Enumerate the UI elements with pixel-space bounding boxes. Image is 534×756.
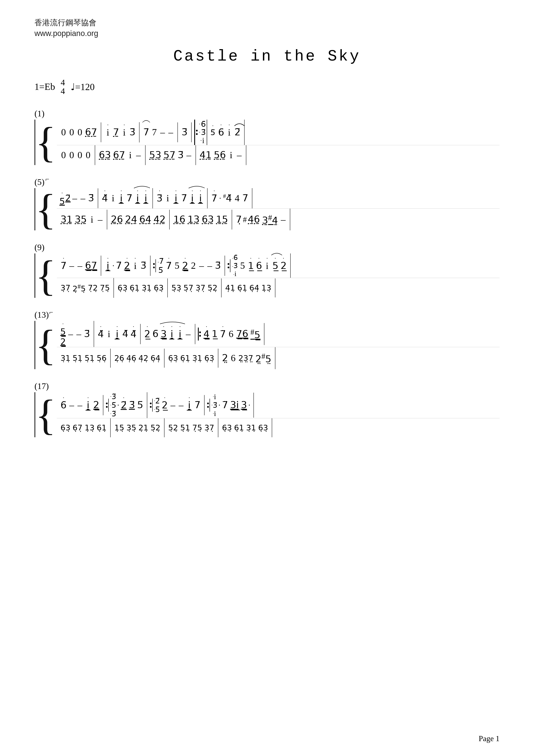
org-name: 香港流行鋼琴協會 — [35, 17, 499, 28]
note: 6̱7̱ — [113, 145, 125, 165]
page: 香港流行鋼琴協會 www.poppiano.org Castle in the … — [0, 0, 534, 756]
note: 5̣1̣ — [180, 419, 190, 437]
note: 0 — [61, 122, 66, 142]
note: 7̲6̲ — [236, 324, 248, 344]
note: 3̈ — [178, 145, 184, 165]
note: 3̲i̲ — [230, 395, 239, 415]
note: 7̈ — [181, 188, 187, 208]
note: 7̈ — [242, 188, 248, 208]
staves-5: ·6̈ – – ·i̲ 2̲ — [57, 392, 499, 437]
note: ·7̈ — [166, 256, 172, 276]
note: ·2̲ — [182, 256, 188, 276]
note: ·4̈ — [131, 324, 137, 344]
note: 6̣3̣ — [258, 419, 268, 437]
measure-4-1: · 5̲ 2̲ – – 3̈ — [57, 321, 94, 347]
note: 3̣5̣ — [126, 419, 136, 437]
note: 3̈ — [84, 324, 90, 344]
note: 6 — [230, 348, 236, 368]
note: 4 — [234, 188, 240, 208]
note: – — [160, 122, 165, 142]
note: 6̱4̱ — [139, 210, 151, 230]
note: 3̣7̣ — [61, 279, 70, 297]
note: ·2̲ — [124, 256, 130, 276]
note: ·7̈ — [211, 188, 217, 208]
note: 6̱7̱ — [85, 122, 97, 142]
note: 4̱6̱ — [248, 210, 260, 230]
note: ·i̲ — [197, 188, 203, 208]
note: ·7̈ — [61, 256, 66, 276]
note: 2 — [191, 256, 196, 276]
measure-5-4: ·i ·3̈ ·i · 7̈ 3̲i̲ 3̲ · — [205, 393, 254, 418]
key-signature: 1=Eb — [35, 81, 55, 92]
bass-measure-1-2: 6̱3̱ 6̱7̱ i – — [95, 145, 145, 165]
note: ·i̲ — [186, 395, 192, 415]
brace-4: { — [35, 321, 57, 369]
note: – — [77, 395, 83, 415]
note: 3̲ — [241, 395, 247, 415]
note: 0 — [69, 145, 75, 165]
note: ·i̲ — [173, 188, 179, 208]
note: ·i̲ — [85, 395, 91, 415]
note: 2̈ — [235, 122, 241, 142]
note: 1̱5̱ — [216, 210, 228, 230]
bass-measure-4-4: 2̤ 6 2̤3̤7̤ 2̤#5̤ — [218, 347, 275, 369]
note: 2̲ — [93, 395, 99, 415]
note: ·i̲ — [177, 324, 183, 344]
note: i — [106, 324, 112, 344]
treble-staff-3: ·7̈ – – 6̲7̲ ·i̲ · 7̈ ·2̲ ·i 3̈ — [57, 254, 499, 278]
note: – — [178, 395, 184, 415]
section-label-4: (13) ⌐ — [35, 310, 499, 320]
note: 2̣6̣ — [114, 349, 124, 367]
brace-2: { — [35, 188, 57, 230]
section-5: (17) { ·6̈ – – ·i̲ 2̲ — [35, 381, 499, 437]
note: – — [80, 188, 86, 208]
note: 2̤#5̤ — [255, 347, 271, 369]
note: ·3̲ — [161, 324, 167, 344]
bass-measure-1-4: 4̱1̱ 5̱6̱ i – — [196, 145, 246, 165]
measure-3-3: ·7̈ 5̈ ·7̈ 5 ·2̲ 2 – – 3̈ — [150, 256, 225, 276]
section-label-3: (9) — [35, 242, 499, 252]
note: ·i̲ — [105, 256, 111, 276]
note: ·4̲ — [203, 324, 210, 344]
staves-3: ·7̈ – – 6̲7̲ ·i̲ · 7̈ ·2̲ ·i 3̈ — [57, 254, 499, 298]
note: – — [186, 145, 192, 165]
note: 0 — [61, 145, 66, 165]
note: 6̱3̱ — [202, 210, 214, 230]
note: 6 — [228, 324, 234, 344]
measure-5-1: ·6̈ – – ·i̲ 2̲ — [57, 395, 103, 415]
note: 1̱3̱ — [188, 210, 200, 230]
time-signature: 4 4 — [61, 78, 65, 95]
note: – — [67, 324, 74, 344]
bass-measure-2-2: 2̱6̱ 2̱4̱ 6̱4̱ 4̱2̱ — [107, 210, 170, 230]
note: ·5̲ — [272, 256, 278, 276]
note: 7̣5̣ — [100, 279, 110, 297]
note: 2̤3̤7̤ — [238, 349, 253, 367]
note: 3̈ — [129, 122, 136, 142]
note: – — [72, 188, 78, 208]
note: 5 — [174, 256, 180, 276]
note: 2̱4̱ — [125, 210, 137, 230]
note: 7̈ — [194, 395, 200, 415]
note: ·i̲ — [114, 324, 120, 344]
measure-1-2: ·i 7̱ ·i 3̈ — [101, 122, 140, 143]
note: 2̤ — [222, 348, 228, 368]
note: 6̣3̣ — [204, 349, 214, 367]
measure-4-3: ·2̲ 6̈ ·3̲ ·i̲ ·i̲ – — [140, 324, 195, 344]
note: 5̣2̣ — [150, 419, 161, 437]
note: 5̈ — [137, 395, 143, 415]
note: 7̱ — [113, 122, 119, 142]
bass-measure-3-4: 4̣1̣ 6̣1̣ 6̣4̣ 1̣3̣ — [221, 279, 275, 297]
note: 3̱1̱ — [61, 210, 73, 230]
note: – — [69, 256, 75, 276]
note: 3̣1̣ — [192, 349, 202, 367]
note: 3̈ — [88, 188, 94, 208]
note: ·2̲ — [281, 256, 287, 276]
note: 6̣3̣ — [117, 279, 127, 297]
note: ·i — [132, 256, 138, 276]
note: 6̣3̣ — [61, 419, 70, 437]
bass-measure-2-1: 3̱1̱ 3̱5̱ i – — [57, 210, 107, 230]
bass-measure-5-4: 6̣3̣ 6̣1̣ 3̣1̣ 6̣3̣ — [218, 418, 272, 437]
note: 3̈ — [215, 256, 221, 276]
tempo-line: 1=Eb 4 4 ♩=120 — [35, 78, 499, 95]
note: 5̱6̱ — [214, 145, 226, 165]
